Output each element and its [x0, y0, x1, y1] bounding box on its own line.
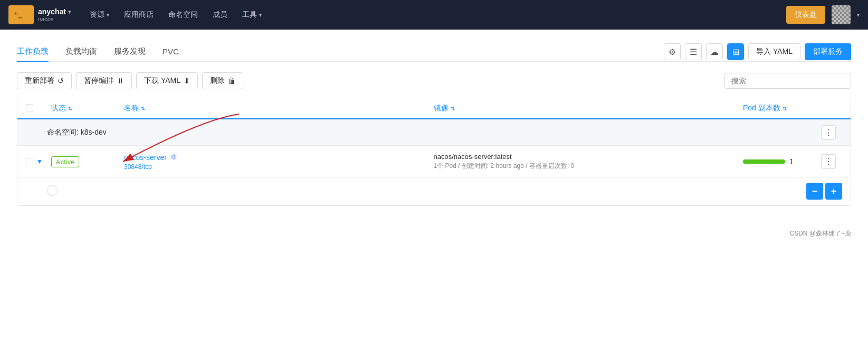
footer-text: CSDN @森林迷了~鹿	[789, 230, 851, 237]
header-checkbox-cell	[26, 104, 47, 113]
namespace-row: 命名空间: k8s-dev ⋮	[17, 119, 851, 146]
user-avatar[interactable]	[832, 5, 851, 24]
image-meta: 1个 Pod / 创建时间: 2 hours ago / 容器重启次数: 0	[434, 162, 739, 171]
tab-actions: ⚙ ☰ ☁ ⊞ 导入 YAML 部署服务	[664, 43, 851, 60]
nav-item-members[interactable]: 成员	[206, 6, 234, 24]
status-badge: Active	[51, 156, 79, 167]
sort-name-icon: ⇅	[141, 106, 145, 111]
brand-name: anychat ▾	[38, 7, 71, 16]
settings-icon-button[interactable]: ⚙	[664, 43, 681, 60]
svg-point-4	[23, 10, 28, 17]
expand-button[interactable]: ▼	[36, 158, 43, 165]
sub-tab-bar: 工作负载 负载均衡 服务发现 PVC ⚙ ☰ ☁ ⊞ 导入 YAML 部署服务	[17, 42, 851, 62]
row-menu-button[interactable]: ⋮	[821, 154, 836, 169]
search-box	[724, 73, 851, 89]
row-name: nacos-server ⚛ 30848/tcp	[124, 152, 430, 171]
svg-point-5	[12, 17, 15, 22]
pause-edit-button[interactable]: 暂停编排 ⏸	[76, 72, 132, 89]
row-status: Active	[51, 157, 120, 166]
logo-icon	[8, 5, 34, 24]
scale-row: − +	[17, 177, 851, 205]
nav-item-resources[interactable]: 资源 ▾	[83, 6, 116, 24]
header-image[interactable]: 镜像 ⇅	[434, 104, 739, 113]
header-status[interactable]: 状态 ⇅	[51, 104, 120, 113]
select-all-checkbox[interactable]	[26, 104, 33, 111]
svg-point-8	[27, 17, 30, 22]
nav-item-appstore[interactable]: 应用商店	[118, 6, 160, 24]
sort-pod-icon: ⇅	[783, 106, 787, 111]
redeploy-icon: ↺	[58, 77, 64, 85]
pod-count-cell: 1	[743, 157, 817, 166]
nav-right-actions: 仪表盘 ▾	[786, 5, 860, 24]
scale-down-button[interactable]: −	[806, 183, 823, 200]
brand-sub: nacos	[38, 16, 71, 22]
toolbar: 重新部署 ↺ 暂停编排 ⏸ 下载 YAML ⬇ 删除 🗑	[17, 72, 851, 89]
pause-icon: ⏸	[117, 77, 124, 85]
download-yaml-button[interactable]: 下载 YAML ⬇	[136, 72, 198, 89]
grid-view-button[interactable]: ⊞	[727, 43, 744, 60]
image-name: nacos/nacos-server:latest	[434, 153, 739, 161]
table-header: 状态 ⇅ 名称 ⇅ 镜像 ⇅ Pod 副本数 ⇅	[17, 98, 851, 119]
avatar-chevron[interactable]: ▾	[857, 12, 860, 18]
tab-load-balance[interactable]: 负载均衡	[65, 42, 97, 62]
footer: CSDN @森林迷了~鹿	[0, 219, 868, 249]
sort-image-icon: ⇅	[451, 106, 455, 111]
svg-point-3	[15, 13, 16, 14]
pod-bar	[743, 159, 785, 164]
deploy-service-button[interactable]: 部署服务	[805, 43, 851, 60]
row-checkbox[interactable]	[26, 158, 33, 165]
service-name-link[interactable]: nacos-server	[124, 153, 167, 162]
import-yaml-button[interactable]: 导入 YAML	[748, 43, 800, 60]
tab-pvc[interactable]: PVC	[163, 43, 179, 61]
list-view-button[interactable]: ☰	[685, 43, 702, 60]
search-input[interactable]	[724, 73, 851, 89]
pod-count: 1	[789, 157, 794, 166]
nav-menu: 资源 ▾ 应用商店 命名空间 成员 工具 ▾	[83, 6, 786, 24]
row-actions: ⋮	[821, 154, 842, 169]
tab-service-discovery[interactable]: 服务发现	[114, 42, 146, 62]
svg-point-10	[19, 17, 20, 18]
header-pod-count[interactable]: Pod 副本数 ⇅	[743, 104, 817, 113]
header-name[interactable]: 名称 ⇅	[124, 104, 430, 113]
namespace-actions: ⋮	[821, 125, 842, 140]
trash-icon: 🗑	[228, 77, 235, 85]
row-expand-check: ▼	[26, 158, 47, 165]
row-image: nacos/nacos-server:latest 1个 Pod / 创建时间:…	[434, 153, 739, 171]
svg-point-11	[21, 17, 22, 18]
service-port: 30848/tcp	[124, 163, 430, 171]
workload-table: 状态 ⇅ 名称 ⇅ 镜像 ⇅ Pod 副本数 ⇅ 命名空间: k8s-dev	[17, 98, 851, 206]
dashboard-button[interactable]: 仪表盘	[786, 6, 825, 24]
top-navigation: anychat ▾ nacos 资源 ▾ 应用商店 命名空间 成员 工具 ▾ 仪…	[0, 0, 868, 30]
main-content: 工作负载 负载均衡 服务发现 PVC ⚙ ☰ ☁ ⊞ 导入 YAML 部署服务 …	[0, 30, 868, 219]
scale-up-button[interactable]: +	[825, 183, 842, 200]
delete-button[interactable]: 删除 🗑	[202, 72, 243, 89]
kubernetes-icon: ⚛	[170, 152, 177, 162]
tab-workload[interactable]: 工作负载	[17, 42, 49, 62]
nav-item-namespace[interactable]: 命名空间	[162, 6, 204, 24]
service-name: nacos-server ⚛	[124, 152, 430, 162]
brand-logo[interactable]: anychat ▾ nacos	[8, 5, 71, 24]
brand-chevron: ▾	[68, 9, 71, 15]
cloud-button[interactable]: ☁	[706, 43, 723, 60]
table-row: ▼ Active nacos-server ⚛ 30848/tcp nacos/…	[17, 146, 851, 177]
svg-point-9	[18, 17, 23, 20]
brand-text: anychat ▾ nacos	[38, 7, 71, 22]
scale-buttons: − +	[806, 183, 842, 200]
download-icon: ⬇	[184, 77, 190, 85]
sort-status-icon: ⇅	[68, 106, 72, 111]
redeploy-button[interactable]: 重新部署 ↺	[17, 72, 72, 89]
svg-point-2	[15, 12, 18, 15]
namespace-menu-button[interactable]: ⋮	[821, 125, 836, 140]
scale-spinner	[47, 185, 58, 197]
nav-item-tools[interactable]: 工具 ▾	[236, 6, 268, 24]
namespace-label: 命名空间: k8s-dev	[47, 128, 821, 137]
